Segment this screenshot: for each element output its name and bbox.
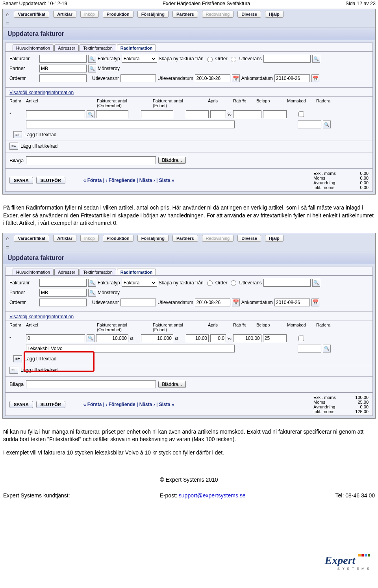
calendar-ankomst-icon[interactable]: 📅 (311, 299, 319, 306)
input-fakt-order[interactable] (96, 110, 128, 118)
lookup-artikel-icon[interactable]: 🔍 (87, 334, 94, 342)
tab-huvudinformation[interactable]: Huvudinformation (13, 45, 54, 51)
browse-button[interactable]: Bläddra... (158, 381, 185, 388)
radio-utleverans[interactable] (231, 280, 236, 286)
lookup-skapa-icon[interactable]: 🔍 (312, 55, 320, 63)
pager[interactable]: « Första | ‹ Föregående | Nästa › | Sist… (83, 178, 174, 183)
menu-partners[interactable]: Partners (172, 235, 198, 242)
tab-radinformation[interactable]: Radinformation (117, 269, 156, 275)
align-icon[interactable]: ≡ (6, 20, 9, 26)
input-rab[interactable] (210, 110, 226, 118)
input-fakturanr[interactable] (39, 279, 87, 287)
menu-varucertifikat[interactable]: Varucertifikat (14, 235, 49, 242)
tab-radinformation[interactable]: Radinformation (117, 45, 156, 51)
lookup-artikel-icon[interactable]: 🔍 (87, 110, 94, 118)
input-utleveransnr[interactable] (120, 74, 156, 82)
home-icon[interactable]: ⌂ (6, 11, 9, 17)
menu-inkop[interactable]: Inköp (80, 235, 99, 242)
input-ordernr[interactable] (39, 299, 87, 306)
input-momskod[interactable] (263, 110, 287, 118)
lookup-fakturanr-icon[interactable]: 🔍 (88, 279, 96, 287)
menu-artiklar[interactable]: Artiklar (53, 235, 76, 242)
lookup-momskod-icon[interactable]: 🔍 (323, 345, 331, 352)
pager[interactable]: « Första | ‹ Föregående | Nästa › | Sist… (83, 402, 174, 407)
menu-produktion[interactable]: Produktion (103, 11, 133, 18)
home-icon[interactable]: ⌂ (6, 235, 9, 241)
input-artikel-desc[interactable] (26, 121, 235, 128)
footer-email-link[interactable]: support@expertsystems.se (179, 492, 246, 499)
select-fakturatyp[interactable]: Faktura (122, 279, 157, 287)
tab-adresser[interactable]: Adresser (54, 45, 79, 51)
chk-radera[interactable] (298, 336, 304, 341)
chk-radera[interactable] (298, 111, 304, 117)
lookup-momskod-icon[interactable]: 🔍 (323, 121, 331, 128)
input-ankomstdatum[interactable] (274, 299, 310, 306)
add-textrow-icon[interactable]: ≡+ (13, 131, 22, 138)
input-rab[interactable] (210, 334, 226, 342)
tab-textinformation[interactable]: Textinformation (80, 269, 116, 275)
menu-partners[interactable]: Partners (172, 11, 198, 18)
finish-button[interactable]: SLUTFÖR (36, 401, 65, 408)
menu-artiklar[interactable]: Artiklar (53, 11, 76, 18)
menu-forsaljning[interactable]: Försäljning (137, 235, 169, 242)
input-partner[interactable] (39, 65, 87, 72)
input-fakt-enhet[interactable] (141, 334, 173, 342)
add-textrow-label[interactable]: Lägg till textrad (24, 356, 56, 362)
tab-textinformation[interactable]: Textinformation (80, 45, 116, 51)
input-ordernr[interactable] (39, 74, 87, 82)
menu-redovisning[interactable]: Redovisning (202, 11, 234, 18)
calendar-ankomst-icon[interactable]: 📅 (311, 74, 319, 82)
menu-hjalp[interactable]: Hjälp (265, 11, 284, 18)
lookup-skapa-icon[interactable]: 🔍 (312, 279, 320, 287)
input-apris[interactable] (186, 334, 209, 342)
menu-forsaljning[interactable]: Försäljning (137, 11, 169, 18)
select-fakturatyp[interactable]: Faktura (122, 55, 157, 63)
align-icon[interactable]: ≡ (6, 244, 9, 250)
input-partner[interactable] (39, 289, 87, 297)
add-articlerow-label[interactable]: Lägg till artikelrad (20, 367, 57, 373)
add-articlerow-icon[interactable]: ≡+ (9, 143, 18, 150)
input-artikel[interactable] (26, 110, 85, 118)
input-fakturanr[interactable] (39, 55, 87, 63)
calendar-utleverans-icon[interactable]: 📅 (232, 299, 240, 306)
add-articlerow-label[interactable]: Lägg till artikelrad (20, 143, 57, 149)
input-skapa-ref[interactable] (263, 279, 311, 287)
input-artikel-desc[interactable] (26, 345, 235, 352)
add-textrow-label[interactable]: Lägg till textrad (24, 132, 56, 137)
kontering-toggle[interactable]: Visa/dölj konteringsinformation (6, 312, 372, 321)
menu-diverse[interactable]: Diverse (237, 235, 261, 242)
add-articlerow-icon[interactable]: ≡+ (9, 367, 18, 374)
menu-produktion[interactable]: Produktion (103, 235, 133, 242)
add-textrow-icon[interactable]: ≡+ (13, 355, 22, 362)
menu-inkop[interactable]: Inköp (80, 11, 99, 18)
menu-hjalp[interactable]: Hjälp (265, 235, 284, 242)
input-skapa-ref[interactable] (263, 55, 311, 63)
input-momskod-2[interactable] (298, 345, 321, 352)
tab-adresser[interactable]: Adresser (54, 269, 79, 275)
save-button[interactable]: SPARA (9, 401, 33, 408)
save-button[interactable]: SPARA (9, 177, 33, 184)
input-belopp[interactable] (233, 110, 261, 118)
input-belopp[interactable] (233, 334, 261, 342)
input-artikel[interactable] (26, 334, 85, 342)
browse-button[interactable]: Bläddra... (158, 157, 185, 164)
menu-varucertifikat[interactable]: Varucertifikat (14, 11, 49, 18)
menu-diverse[interactable]: Diverse (237, 11, 261, 18)
finish-button[interactable]: SLUTFÖR (36, 177, 65, 184)
lookup-partner-icon[interactable]: 🔍 (88, 289, 96, 297)
menu-redovisning[interactable]: Redovisning (202, 235, 234, 242)
input-fakt-order[interactable] (96, 334, 128, 342)
radio-utleverans[interactable] (231, 57, 236, 62)
input-ankomstdatum[interactable] (274, 74, 310, 82)
radio-order[interactable] (207, 57, 213, 62)
lookup-partner-icon[interactable]: 🔍 (88, 65, 96, 72)
calendar-utleverans-icon[interactable]: 📅 (232, 74, 240, 82)
input-utleveransnr[interactable] (120, 299, 156, 306)
kontering-toggle[interactable]: Visa/dölj konteringsinformation (6, 87, 372, 96)
input-momskod-2[interactable] (298, 121, 321, 128)
input-utleveransdatum[interactable] (195, 299, 230, 306)
input-bilaga[interactable] (26, 380, 156, 388)
input-apris[interactable] (186, 110, 209, 118)
lookup-fakturanr-icon[interactable]: 🔍 (88, 55, 96, 63)
input-bilaga[interactable] (26, 156, 156, 164)
